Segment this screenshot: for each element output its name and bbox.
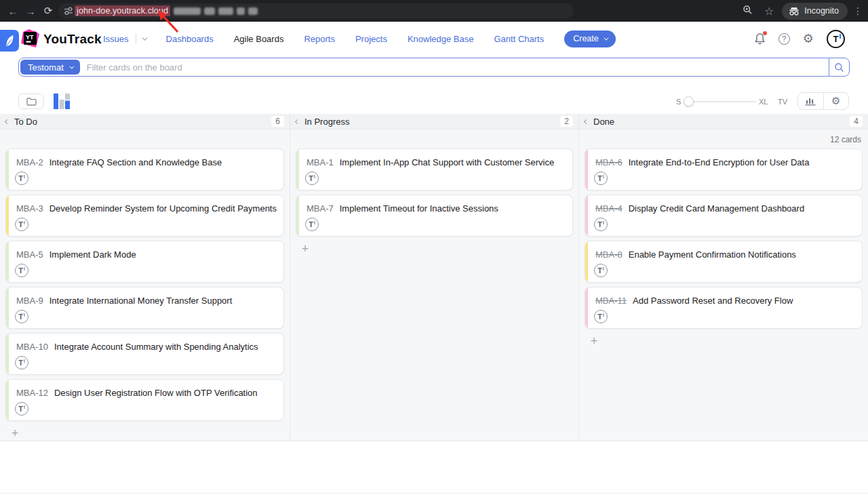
board-chart-button[interactable]: [798, 93, 823, 109]
issue-title[interactable]: Implement Dark Mode: [50, 249, 136, 260]
column-header-in-progress: In Progress 2: [290, 114, 578, 129]
issue-id[interactable]: MBA-9: [16, 296, 43, 306]
assignee-avatar[interactable]: T: [15, 172, 28, 185]
assignee-avatar[interactable]: T: [15, 356, 28, 369]
issue-title[interactable]: Implement Timeout for Inactive Sessions: [340, 203, 498, 214]
incognito-icon: [789, 7, 800, 16]
youtrack-logo[interactable]: YT: [20, 29, 39, 48]
issue-title[interactable]: Integrate FAQ Section and Knowledge Base: [50, 157, 222, 167]
issue-card[interactable]: MBA-5Implement Dark Mode T: [5, 241, 284, 283]
notifications-bell-icon[interactable]: [754, 33, 766, 45]
collapse-column-icon[interactable]: [295, 119, 300, 123]
assignee-avatar[interactable]: T: [594, 218, 608, 231]
issue-card[interactable]: MBA-3Develop Reminder System for Upcomin…: [5, 195, 284, 237]
issue-id[interactable]: MBA-1: [307, 157, 334, 167]
issue-card[interactable]: MBA-6Integrate End-to-End Encryption for…: [585, 148, 863, 190]
help-icon[interactable]: ?: [778, 33, 790, 45]
site-settings-icon[interactable]: [64, 6, 73, 16]
address-bar[interactable]: john-doe.youtrack.cloud: [58, 3, 574, 18]
profile-avatar[interactable]: T: [827, 30, 845, 48]
issue-card[interactable]: MBA-2Integrate FAQ Section and Knowledge…: [5, 148, 284, 190]
browser-forward-icon[interactable]: →: [22, 5, 39, 17]
issue-id[interactable]: MBA-3: [16, 203, 43, 214]
assignee-avatar[interactable]: T: [15, 218, 28, 231]
issue-title[interactable]: Display Credit Card Management Dashboard: [629, 203, 804, 214]
card-size-slider[interactable]: [685, 101, 756, 102]
issue-card[interactable]: MBA-11Add Password Reset and Recovery Fl…: [585, 287, 863, 329]
tv-mode-button[interactable]: TV: [778, 98, 787, 106]
issue-card[interactable]: MBA-12Design User Registration Flow with…: [5, 379, 284, 421]
sprint-folder-button[interactable]: [18, 94, 44, 109]
add-card-button[interactable]: +: [587, 334, 601, 348]
issue-title[interactable]: Implement In-App Chat Support with Custo…: [340, 157, 554, 167]
issue-card[interactable]: MBA-8Enable Payment Confirmation Notific…: [585, 241, 863, 283]
assignee-avatar[interactable]: T: [594, 264, 608, 277]
feather-extension-icon[interactable]: [0, 30, 19, 52]
issue-card[interactable]: MBA-10Integrate Account Summary with Spe…: [5, 333, 284, 375]
column-to-do: To Do 6 MBA-2Integrate FAQ Section and K…: [0, 114, 290, 441]
issue-id[interactable]: MBA-10: [16, 342, 48, 352]
issue-id[interactable]: MBA-12: [16, 388, 48, 398]
board-progress-chart-icon[interactable]: [54, 94, 70, 112]
add-card-button[interactable]: +: [8, 426, 22, 440]
board-settings-gear-icon[interactable]: ⚙: [823, 93, 849, 109]
nav-item-projects[interactable]: Projects: [355, 34, 387, 44]
issue-id[interactable]: MBA-4: [595, 203, 623, 214]
issue-id[interactable]: MBA-2: [16, 157, 43, 167]
browser-toolbar: ← → ⟳ john-doe.youtrack.cloud ☆: [0, 0, 868, 22]
settings-gear-icon[interactable]: ⚙: [803, 31, 814, 46]
issue-title[interactable]: Develop Reminder System for Upcoming Cre…: [50, 203, 277, 214]
assignee-avatar[interactable]: T: [594, 172, 608, 185]
issue-title[interactable]: Add Password Reset and Recovery Flow: [633, 296, 793, 306]
nav-item-gantt-charts[interactable]: Gantt Charts: [494, 34, 544, 44]
assignee-avatar[interactable]: T: [305, 172, 319, 185]
assignee-avatar[interactable]: T: [15, 264, 28, 277]
issue-id[interactable]: MBA-7: [307, 203, 334, 214]
nav-item-issues[interactable]: Issues: [103, 34, 146, 44]
filter-search-icon[interactable]: [829, 58, 849, 76]
annotation-arrow: [155, 9, 184, 35]
browser-menu-icon[interactable]: ⋮: [852, 5, 864, 16]
issue-title[interactable]: Design User Registration Flow with OTP V…: [54, 388, 258, 398]
issue-title[interactable]: Integrate Account Summary with Spending …: [54, 342, 258, 352]
nav-item-knowledge-base[interactable]: Knowledge Base: [408, 34, 474, 44]
create-button[interactable]: Create: [564, 31, 616, 47]
board-selector-button[interactable]: Testomat: [20, 60, 80, 75]
add-card-button[interactable]: +: [298, 242, 312, 256]
column-name: Done: [593, 117, 614, 127]
notification-badge: [762, 31, 768, 36]
issue-id[interactable]: MBA-5: [16, 249, 43, 260]
issue-card[interactable]: MBA-7Implement Timeout for Inactive Sess…: [296, 195, 573, 237]
collapse-column-icon[interactable]: [5, 119, 9, 123]
nav-item-dashboards[interactable]: Dashboards: [166, 34, 214, 44]
nav-item-reports[interactable]: Reports: [304, 34, 335, 44]
issue-id[interactable]: MBA-11: [595, 296, 627, 306]
priority-stripe: [585, 241, 588, 282]
issue-card[interactable]: MBA-9Integrate International Money Trans…: [5, 287, 284, 329]
assignee-avatar[interactable]: T: [594, 310, 608, 323]
issue-card[interactable]: MBA-1Implement In-App Chat Support with …: [296, 148, 573, 190]
card-size-slider-knob[interactable]: [684, 96, 694, 106]
issue-card[interactable]: MBA-4Display Credit Card Management Dash…: [585, 195, 863, 237]
filter-cards-input[interactable]: [81, 58, 829, 76]
priority-stripe: [6, 149, 9, 190]
browser-search-icon[interactable]: [738, 5, 756, 17]
browser-reload-icon[interactable]: ⟳: [39, 5, 57, 17]
issue-id[interactable]: MBA-6: [595, 157, 623, 167]
issue-title[interactable]: Integrate End-to-End Encryption for User…: [629, 157, 810, 167]
collapse-column-icon[interactable]: [584, 119, 589, 123]
issue-title[interactable]: Integrate International Money Transfer S…: [50, 296, 233, 306]
assignee-avatar[interactable]: T: [15, 402, 28, 416]
issues-dropdown-chevron-icon[interactable]: [142, 35, 147, 40]
nav-item-agile-boards[interactable]: Agile Boards: [234, 34, 284, 44]
browser-back-icon[interactable]: ←: [4, 5, 22, 17]
priority-stripe: [585, 149, 588, 190]
priority-stripe: [6, 287, 9, 328]
assignee-avatar[interactable]: T: [15, 310, 28, 323]
assignee-avatar[interactable]: T: [305, 218, 319, 231]
url-redacted-segment: [248, 7, 258, 15]
issue-id[interactable]: MBA-8: [595, 249, 623, 260]
bookmark-star-icon[interactable]: ☆: [760, 5, 778, 18]
priority-stripe: [585, 287, 588, 328]
issue-title[interactable]: Enable Payment Confirmation Notification…: [629, 249, 796, 260]
